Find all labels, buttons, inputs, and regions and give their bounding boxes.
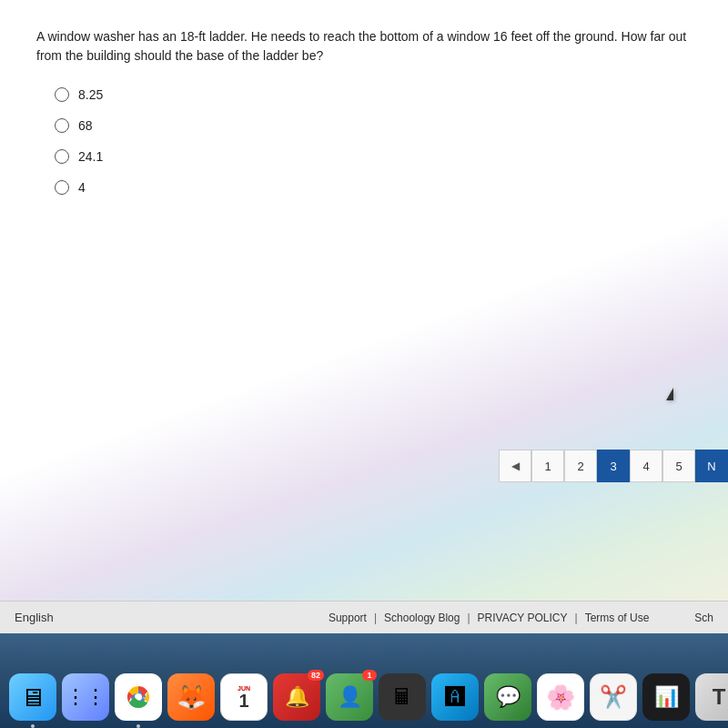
radio-option-1[interactable] [55,87,69,102]
pagination-page-3[interactable]: 3 [597,450,630,482]
footer-terms-link[interactable]: Terms of Use [585,612,650,624]
dock-appstore[interactable]: 🅰 [431,673,479,721]
calendar-date: 1 [238,692,248,710]
footer-right-text: Sch [694,612,713,624]
footer-sep-1: | [374,612,377,624]
pagination-prev[interactable]: ◀ [499,450,531,482]
pagination-bar: ◀ 1 2 3 4 5 N [499,450,728,482]
footer-language: English [15,611,54,624]
dock-typeface[interactable]: T [695,673,728,721]
question-text: A window washer has an 18-ft ladder. He … [36,27,692,66]
dock-launchpad[interactable]: ⋮⋮ [62,673,109,721]
dock-firefox[interactable]: 🦊 [167,673,215,721]
footer-sep-3: | [575,612,578,624]
notification-badge: 82 [308,670,324,681]
list-item: 24.1 [55,149,692,164]
dock-calculator[interactable]: 🖩 [379,673,426,721]
pagination-page-4[interactable]: 4 [630,450,662,482]
pagination-page-2[interactable]: 2 [564,450,597,482]
mouse-cursor [666,388,673,400]
dock-photos[interactable]: 🌸 [537,673,584,721]
option-label-3: 24.1 [78,149,103,164]
radio-option-4[interactable] [55,180,69,195]
pagination-next[interactable]: N [695,450,728,482]
pagination-page-5[interactable]: 5 [662,450,695,482]
option-label-1: 8.25 [78,87,103,102]
footer-blog-link[interactable]: Schoology Blog [384,612,460,624]
dock-finder[interactable]: 🖥 [9,673,56,721]
footer-support-link[interactable]: Support [329,612,367,624]
dock-area: 🖥 ⋮⋮ 🦊 JUN 1 [0,633,728,728]
radio-option-2[interactable] [55,118,69,133]
dock-chrome[interactable] [115,673,162,721]
footer-bar: English Support | Schoology Blog | PRIVA… [0,601,728,633]
contact-badge: 1 [362,670,377,681]
dock-active-dot [136,724,140,728]
pagination-page-1[interactable]: 1 [531,450,564,482]
list-item: 68 [55,118,692,133]
list-item: 8.25 [55,87,692,102]
footer-privacy-link[interactable]: PRIVACY POLICY [478,612,568,624]
dock-stocks[interactable]: 📊 [642,673,690,721]
dock-container: 🖥 ⋮⋮ 🦊 JUN 1 [0,673,728,721]
dock-notifications[interactable]: 🔔 82 [273,673,320,721]
options-list: 8.25 68 24.1 4 [55,87,692,195]
radio-option-3[interactable] [55,149,69,164]
footer-links: Support | Schoology Blog | PRIVACY POLIC… [329,612,649,624]
dock-active-dot [31,724,35,728]
dock-calendar[interactable]: JUN 1 [220,673,268,721]
option-label-2: 68 [78,118,93,133]
main-content: A window washer has an 18-ft ladder. He … [0,0,728,601]
list-item: 4 [55,180,692,195]
dock-markup[interactable]: ✂️ [590,673,637,721]
option-label-4: 4 [78,180,86,195]
dock-messages[interactable]: 💬 [484,673,531,721]
footer-sep-2: | [467,612,470,624]
dock-contacts[interactable]: 👤 1 [326,673,373,721]
